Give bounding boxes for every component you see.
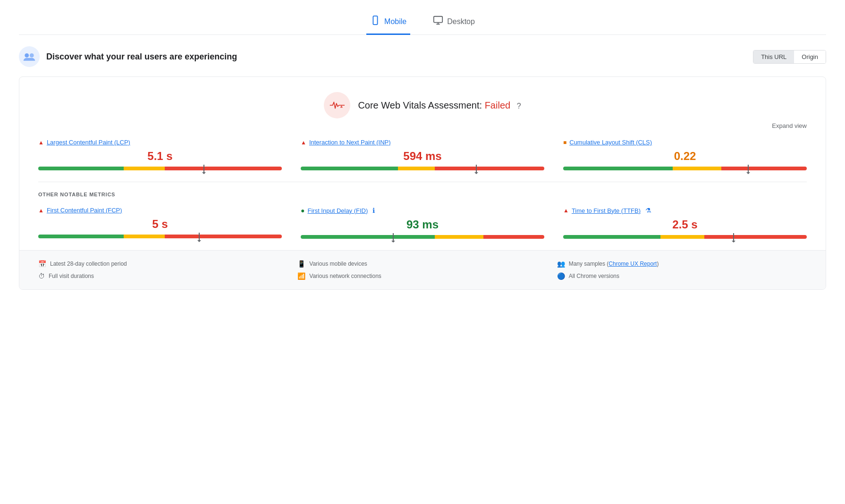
metric-value-lcp: 5.1 s	[38, 150, 282, 163]
bar-green	[301, 235, 435, 239]
bar-orange	[124, 235, 165, 238]
desktop-icon	[433, 15, 443, 28]
bar-green	[301, 167, 398, 170]
progress-track	[301, 167, 544, 170]
metric-status-icon: ▲	[563, 207, 569, 214]
assessment-help-icon[interactable]: ?	[517, 102, 521, 110]
footer-text: All Chrome versions	[569, 273, 619, 279]
metric-label-fid[interactable]: First Input Delay (FID)	[307, 207, 368, 214]
assessment-title-text: Core Web Vitals Assessment:	[358, 100, 484, 110]
footer-icon: 📶	[297, 272, 305, 280]
mobile-icon	[370, 15, 380, 28]
avatar	[19, 46, 40, 67]
footer-item: 📱Various mobile devices	[297, 260, 547, 268]
metric-value-cls: 0.22	[563, 150, 807, 163]
footer-text: Various mobile devices	[309, 260, 367, 267]
core-metrics-grid: ▲ Largest Contentful Paint (LCP) 5.1 s ▲…	[38, 139, 807, 170]
tab-desktop-label: Desktop	[447, 17, 475, 26]
footer-text: Various network connections	[309, 273, 381, 279]
other-metrics-label: OTHER NOTABLE METRICS	[38, 192, 807, 197]
progress-track	[563, 235, 807, 239]
bar-red	[165, 167, 282, 170]
metric-status-icon: ▲	[38, 207, 44, 214]
origin-button[interactable]: Origin	[794, 50, 826, 63]
metric-value-fid: 93 ms	[301, 218, 544, 231]
tab-mobile[interactable]: Mobile	[366, 9, 410, 35]
bar-orange	[124, 167, 165, 170]
tab-desktop[interactable]: Desktop	[429, 9, 479, 35]
metric-label-cls[interactable]: Cumulative Layout Shift (CLS)	[569, 139, 652, 146]
metric-label-row: ▲ Interaction to Next Paint (INP)	[301, 139, 544, 146]
metric-label-row: ■ Cumulative Layout Shift (CLS)	[563, 139, 807, 146]
footer-link[interactable]: Chrome UX Report	[608, 260, 657, 267]
footer-item: ⏱Full visit durations	[38, 272, 288, 280]
metric-label-row: ▲ First Contentful Paint (FCP)	[38, 207, 282, 214]
metric-label-lcp[interactable]: Largest Contentful Paint (LCP)	[47, 139, 130, 146]
svg-point-5	[25, 53, 29, 58]
footer-item: 📶Various network connections	[297, 272, 547, 280]
progress-bar-inp	[301, 167, 544, 170]
assessment-header: Core Web Vitals Assessment: Failed ?	[38, 92, 807, 118]
page-wrapper: Mobile Desktop Discover what	[0, 0, 845, 299]
footer-text: Full visit durations	[49, 273, 94, 279]
bar-orange	[660, 235, 704, 239]
progress-track	[38, 167, 282, 170]
metric-status-icon: ▲	[38, 139, 44, 146]
footer-icon: 📅	[38, 260, 46, 268]
metric-label-row: ● First Input Delay (FID) ℹ	[301, 207, 544, 214]
metric-label-inp[interactable]: Interaction to Next Paint (INP)	[309, 139, 391, 146]
progress-marker	[476, 165, 477, 172]
bar-green	[563, 235, 660, 239]
metric-item-fid: ● First Input Delay (FID) ℹ 93 ms	[301, 207, 544, 239]
bar-red	[165, 235, 282, 238]
header-row: Discover what your real users are experi…	[19, 46, 826, 67]
metric-item-lcp: ▲ Largest Contentful Paint (LCP) 5.1 s	[38, 139, 282, 170]
bar-green	[563, 167, 673, 170]
progress-track	[301, 235, 544, 239]
metric-status-icon: ■	[563, 139, 566, 146]
progress-bar-fcp	[38, 235, 282, 238]
assessment-status: Failed	[485, 100, 510, 110]
info-icon[interactable]: ℹ	[372, 207, 375, 214]
progress-marker	[199, 233, 200, 240]
this-url-button[interactable]: This URL	[753, 50, 794, 63]
progress-bar-fid	[301, 235, 544, 239]
svg-rect-2	[434, 17, 442, 23]
progress-bar-lcp	[38, 167, 282, 170]
metric-label-row: ▲ Time to First Byte (TTFB) ⚗	[563, 207, 807, 214]
other-metrics-grid: ▲ First Contentful Paint (FCP) 5 s ● Fir…	[38, 207, 807, 239]
expand-view-row: Expand view	[38, 122, 807, 129]
footer-item: 📅Latest 28-day collection period	[38, 260, 288, 268]
bar-green	[38, 167, 124, 170]
progress-track	[38, 235, 282, 238]
progress-marker	[393, 233, 394, 241]
bar-red	[483, 235, 544, 239]
bar-red	[435, 167, 544, 170]
footer-icon: 🔵	[557, 272, 565, 280]
metric-value-fcp: 5 s	[38, 218, 282, 231]
metric-label-fcp[interactable]: First Contentful Paint (FCP)	[47, 207, 122, 214]
progress-bar-cls	[563, 167, 807, 170]
assessment-title: Core Web Vitals Assessment: Failed ?	[358, 100, 521, 111]
footer-icon: 📱	[297, 260, 305, 268]
page-title: Discover what your real users are experi…	[46, 52, 237, 62]
footer-item: 🔵All Chrome versions	[557, 272, 807, 280]
metric-label-row: ▲ Largest Contentful Paint (LCP)	[38, 139, 282, 146]
pulse-icon	[330, 101, 345, 110]
progress-bar-ttfb	[563, 235, 807, 239]
footer-item: 👥Many samples (Chrome UX Report)	[557, 260, 807, 268]
expand-view-link[interactable]: Expand view	[772, 122, 807, 129]
metric-item-fcp: ▲ First Contentful Paint (FCP) 5 s	[38, 207, 282, 239]
footer-info: 📅Latest 28-day collection period⏱Full vi…	[19, 250, 826, 289]
progress-marker	[733, 233, 734, 241]
footer-text: Many samples (Chrome UX Report)	[569, 260, 659, 267]
metric-label-ttfb[interactable]: Time to First Byte (TTFB)	[572, 207, 641, 214]
svg-rect-0	[373, 16, 377, 25]
metric-item-cls: ■ Cumulative Layout Shift (CLS) 0.22	[563, 139, 807, 170]
tab-bar: Mobile Desktop	[19, 9, 826, 35]
footer-text: Latest 28-day collection period	[50, 260, 127, 267]
url-origin-toggle: This URL Origin	[753, 50, 826, 64]
bar-orange	[398, 167, 434, 170]
metric-status-icon: ●	[301, 207, 304, 214]
bar-red	[721, 167, 807, 170]
